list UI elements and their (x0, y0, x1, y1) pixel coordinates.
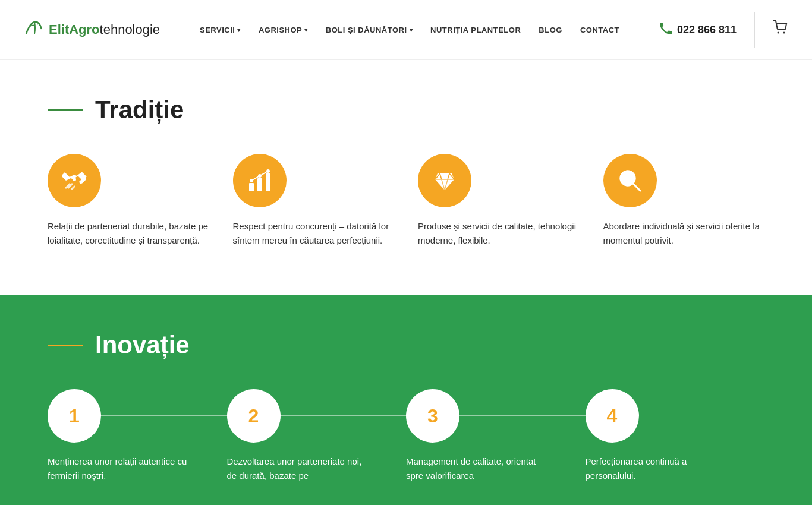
inovatie-title: Inovație (95, 331, 190, 359)
inovatie-step-3: 3 Management de calitate, orientat spre … (406, 389, 586, 483)
svg-rect-4 (257, 178, 262, 191)
phone-number: 022 866 811 (677, 24, 737, 36)
diamond-circle (418, 154, 471, 207)
traditie-title: Tradiție (95, 96, 184, 124)
site-header: ElitAgrotehnologie SERVICII ▾ AGRISHOP ▾… (0, 0, 812, 60)
traditie-text-4: Abordare individuală și servicii oferite… (603, 219, 765, 248)
step-circle-3: 3 (406, 389, 459, 443)
chart-circle (233, 154, 287, 207)
nav-blog[interactable]: BLOG (539, 26, 562, 34)
traditie-icons-row: Relații de parteneriat durabile, bazate … (48, 154, 764, 248)
inovatie-step-4: 4 Perfecționarea continuă a personalului… (586, 389, 765, 483)
nav-servicii[interactable]: SERVICII ▾ (200, 26, 241, 34)
search-circle (603, 154, 657, 207)
step-number-container-2: 2 (227, 389, 407, 443)
nav-agrishop[interactable]: AGRISHOP ▾ (259, 26, 308, 34)
traditie-card-4: Abordare individuală și servicii oferite… (603, 154, 765, 248)
nav-contact[interactable]: CONTACT (580, 26, 619, 34)
logo-text: ElitAgrotehnologie (49, 22, 160, 37)
inovatie-step-1: 1 Menținerea unor relații autentice cu f… (48, 389, 227, 483)
step-number-container-3: 3 (406, 389, 586, 443)
chevron-down-icon: ▾ (410, 27, 413, 33)
svg-point-2 (73, 178, 76, 181)
nav-nutritia[interactable]: NUTRIȚIA PLANTELOR (430, 26, 521, 34)
step-circle-2: 2 (227, 389, 281, 443)
svg-rect-3 (249, 183, 254, 191)
cart-icon[interactable] (773, 20, 788, 39)
traditie-card-3: Produse și servicii de calitate, tehnolo… (418, 154, 580, 248)
phone-icon (659, 22, 672, 38)
step-line-1 (98, 415, 227, 416)
traditie-card-1: Relații de parteneriat durabile, bazate … (48, 154, 209, 248)
traditie-card-2: Respect pentru concurenți – datorită lor… (233, 154, 395, 248)
chevron-down-icon: ▾ (237, 27, 241, 33)
heading-line (48, 109, 83, 111)
step-circle-1: 1 (48, 389, 101, 443)
inovatie-step-text-3: Management de calitate, orientat spre va… (406, 454, 549, 483)
inovatie-section: Inovație 1 Menținerea unor relații auten… (0, 295, 812, 505)
phone-area[interactable]: 022 866 811 (659, 22, 737, 38)
step-circle-4: 4 (586, 389, 639, 443)
nav-boli[interactable]: BOLI ȘI DĂUNĂTORI ▾ (326, 26, 413, 34)
traditie-text-2: Respect pentru concurenți – datorită lor… (233, 219, 395, 248)
traditie-section: Tradiție Relații de parteneriat durabile… (0, 60, 812, 295)
traditie-text-3: Produse și servicii de calitate, tehnolo… (418, 219, 580, 248)
svg-point-1 (783, 32, 785, 34)
traditie-heading: Tradiție (48, 96, 764, 124)
chevron-down-icon: ▾ (304, 27, 308, 33)
header-right: 022 866 811 (659, 12, 788, 48)
handshake-circle (48, 154, 101, 207)
logo[interactable]: ElitAgrotehnologie (24, 17, 160, 43)
inovatie-heading: Inovație (48, 331, 764, 359)
inovatie-heading-line (48, 345, 83, 346)
svg-rect-5 (266, 173, 270, 191)
step-line-2 (278, 415, 407, 416)
inovatie-step-2: 2 Dezvoltarea unor parteneriate noi, de … (227, 389, 407, 483)
step-line-3 (457, 415, 586, 416)
cart-separator (754, 12, 755, 48)
main-nav: SERVICII ▾ AGRISHOP ▾ BOLI ȘI DĂUNĂTORI … (200, 26, 619, 34)
traditie-text-1: Relații de parteneriat durabile, bazate … (48, 219, 209, 248)
inovatie-step-text-4: Perfecționarea continuă a personalului. (586, 454, 728, 483)
logo-icon (24, 17, 45, 43)
inovatie-step-text-2: Dezvoltarea unor parteneriate noi, de du… (227, 454, 370, 483)
svg-point-0 (777, 32, 779, 34)
step-number-container-4: 4 (586, 389, 765, 443)
inovatie-steps-row: 1 Menținerea unor relații autentice cu f… (48, 389, 764, 483)
svg-point-10 (621, 171, 635, 185)
step-number-container-1: 1 (48, 389, 227, 443)
inovatie-step-text-1: Menținerea unor relații autentice cu fer… (48, 454, 190, 483)
